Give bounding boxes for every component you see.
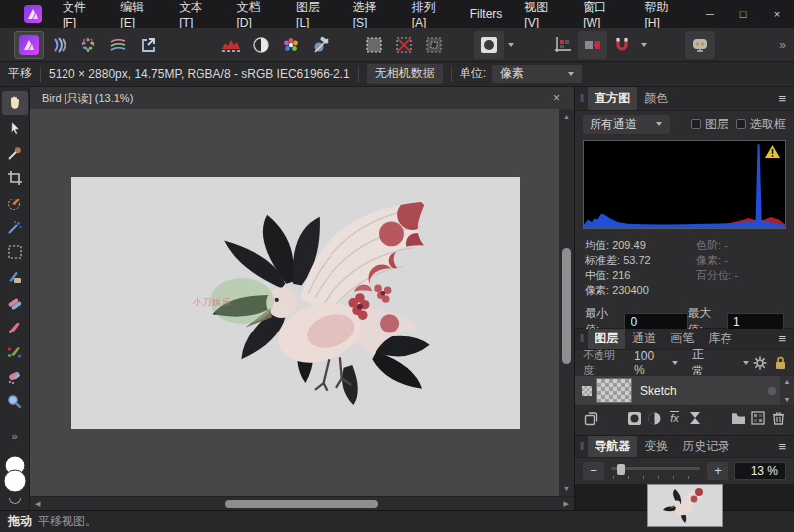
paint-brush-tool[interactable] [2,265,28,289]
menu-arrange[interactable]: 排列[A] [401,0,460,28]
clone-stamp-tool[interactable] [2,290,28,314]
menu-document[interactable]: 文档[D] [226,0,286,28]
edit-all-layers-toggle-icon[interactable] [582,386,592,396]
zoom-tool[interactable] [2,389,28,413]
quick-mask-button[interactable] [474,31,504,59]
panel-grip-icon[interactable]: ‖ [575,333,588,344]
auto-white-balance-button[interactable] [306,31,335,59]
tab-layers[interactable]: 图层 [588,329,625,349]
eraser-tool[interactable] [2,364,28,388]
opacity-select[interactable]: 100 % [634,349,682,377]
close-button[interactable]: × [760,0,794,28]
menu-file[interactable]: 文件[F] [52,0,109,28]
menu-window[interactable]: 窗口[W] [572,0,633,28]
move-tool[interactable] [2,116,28,140]
panel-menu-icon[interactable]: ≡ [770,332,794,346]
document-tab[interactable]: Bird [只读] (13.1%) × [30,87,574,109]
photo-persona-button[interactable] [14,31,44,59]
horizontal-scroll-thumb[interactable] [225,500,377,508]
colour-replacement-tool[interactable] [2,339,28,363]
canvas-viewport[interactable]: 小刀娱乐 ▲ ▼ [30,109,574,496]
auto-colour-button[interactable] [276,31,306,59]
channel-select[interactable]: 所有通道 [583,115,670,134]
scroll-up-icon[interactable]: ▲ [563,113,570,120]
menu-text[interactable]: 文本[T] [168,0,225,28]
assistant-button[interactable] [685,31,715,59]
swatch-toggle-icon[interactable] [9,498,21,504]
delete-layer-button[interactable] [768,408,788,428]
view-tool[interactable] [2,91,28,115]
tab-history[interactable]: 历史记录 [675,436,736,457]
maximize-button[interactable]: □ [727,0,760,28]
panel-grip-icon[interactable]: ‖ [575,93,588,104]
flood-select-tool[interactable] [2,215,28,239]
snapping-dropdown-chevron-icon[interactable] [641,43,647,47]
toolbar-overflow-icon[interactable]: » [779,38,794,52]
menu-select[interactable]: 选择[S] [342,0,401,28]
live-filter-button[interactable] [685,408,705,428]
lock-icon[interactable] [775,356,786,370]
menu-edit[interactable]: 编辑[E] [109,0,168,28]
navigator-thumbnail[interactable] [647,484,723,527]
quick-mask-dropdown-chevron-icon[interactable] [508,43,514,47]
layers-scrollbar[interactable]: ▲ ▼ [780,376,794,405]
zoom-slider-thumb[interactable] [617,464,625,475]
tab-channels[interactable]: 通道 [625,329,663,349]
layer-thumbnail[interactable] [596,378,632,403]
layer-visibility-toggle[interactable] [768,387,776,395]
tool-palette-overflow-icon[interactable]: » [2,428,28,444]
auto-contrast-button[interactable] [246,31,276,59]
unit-select[interactable]: 像素 [492,65,582,83]
camera-data-button[interactable]: 无相机数据 [367,64,443,84]
menu-view[interactable]: 视图[V] [513,0,572,28]
tab-transform[interactable]: 变换 [637,436,675,457]
panel-menu-icon[interactable]: ≡ [770,91,794,106]
layer-row-sketch[interactable]: Sketch ▲ ▼ [575,375,794,406]
liquify-persona-button[interactable] [44,31,73,59]
select-all-button[interactable] [359,31,389,59]
marquee-select-tool[interactable] [2,240,28,264]
pixel-brush-tool[interactable] [2,315,28,338]
colour-swatch-selector[interactable] [2,453,28,496]
tab-histogram[interactable]: 直方图 [588,87,637,110]
zoom-in-button[interactable]: + [707,462,728,480]
zoom-out-button[interactable]: − [583,462,604,480]
layer-name[interactable]: Sketch [640,384,677,398]
scroll-up-icon[interactable]: ▲ [784,378,791,385]
vertical-scroll-thumb[interactable] [562,248,571,364]
add-pixel-layer-button[interactable] [748,408,768,428]
crop-tool[interactable] [2,166,28,190]
horizontal-scrollbar[interactable]: ◀ ▶ [30,496,574,510]
menu-filters[interactable]: Filters [460,0,514,28]
deselect-button[interactable] [389,31,419,59]
tone-mapping-persona-button[interactable] [103,31,133,59]
menu-layer[interactable]: 图层[L] [285,0,342,28]
scroll-down-icon[interactable]: ▼ [563,485,570,492]
gear-icon[interactable] [753,356,767,370]
snapping-button[interactable] [607,31,637,59]
invert-selection-button[interactable] [419,31,449,59]
duplicate-layer-button[interactable] [581,408,600,428]
adjustment-layer-button[interactable] [645,408,665,428]
guides-manager-button[interactable] [548,31,578,59]
zoom-value-field[interactable]: 13 % [734,462,786,480]
marquee-checkbox[interactable] [736,119,746,129]
zoom-slider[interactable] [611,464,700,479]
mask-layer-button[interactable] [625,408,645,428]
document-tab-close-icon[interactable]: × [551,91,562,105]
layer-effects-button[interactable]: fx [665,408,685,428]
export-persona-button[interactable] [133,31,163,59]
develop-persona-button[interactable] [73,31,103,59]
selection-brush-tool[interactable] [2,191,28,214]
menu-help[interactable]: 帮助[H] [633,0,693,28]
scroll-down-icon[interactable]: ▼ [784,396,791,403]
layer-checkbox[interactable] [691,119,701,129]
group-layers-button[interactable] [728,408,748,428]
vertical-scrollbar[interactable]: ▲ ▼ [559,109,574,496]
minimize-button[interactable]: ─ [693,0,727,28]
tab-navigator[interactable]: 导航器 [588,436,637,457]
panel-grip-icon[interactable]: ‖ [575,441,588,452]
color-picker-tool[interactable] [2,141,28,165]
auto-levels-button[interactable] [216,31,246,59]
tab-color[interactable]: 颜色 [637,87,675,110]
